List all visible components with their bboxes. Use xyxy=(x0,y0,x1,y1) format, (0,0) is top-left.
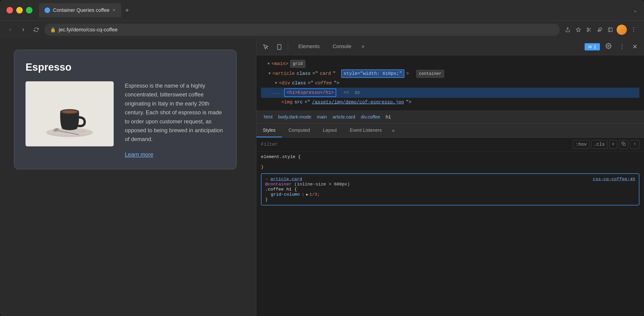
bookmark-button[interactable] xyxy=(574,25,583,34)
learn-more-link[interactable]: Learn more xyxy=(125,151,225,158)
tab-elements[interactable]: Elements xyxy=(292,41,326,53)
filter-copy-style-button[interactable] xyxy=(619,140,628,149)
breadcrumb-body[interactable]: body.dark-mode xyxy=(275,113,314,121)
dom-img-src-link[interactable]: /assets/img/demo/cof-espresso.jpg xyxy=(312,99,404,106)
coffee-description-area: Espresso is the name of a highly concent… xyxy=(125,81,225,158)
svg-point-16 xyxy=(62,110,78,113)
css-rule-element-style: element.style { } xyxy=(261,154,639,170)
css-value-expand[interactable]: ▶ xyxy=(306,192,308,197)
address-bar[interactable]: 🔒 jec.fyi/demo/css-cq-coffee xyxy=(44,24,560,36)
breadcrumb-main[interactable]: main xyxy=(314,113,330,121)
breadcrumb-div[interactable]: div.coffee xyxy=(358,113,383,121)
devtools-close-button[interactable]: ✕ xyxy=(630,41,639,52)
tab-favicon xyxy=(44,8,50,13)
element-style-selector: element.style { xyxy=(261,154,301,160)
new-tab-button[interactable]: + xyxy=(123,5,130,16)
svg-point-21 xyxy=(608,45,610,47)
profile-avatar[interactable] xyxy=(617,25,627,35)
espresso-cup-svg xyxy=(37,84,102,144)
breadcrumb-h1[interactable]: h1 xyxy=(383,113,394,121)
dom-line-main[interactable]: ▼ <main> grid xyxy=(261,59,639,69)
breadcrumb-bar: html body.dark-mode main article.card di… xyxy=(256,111,644,124)
css-rule-selector-link[interactable]: article.card xyxy=(270,177,302,182)
dom-badge-grid[interactable]: grid xyxy=(290,60,305,68)
svg-rect-22 xyxy=(623,143,626,145)
tab-console[interactable]: Console xyxy=(326,41,358,53)
devtools-toolbar: Elements Console » ✉ 1 ⋮ xyxy=(256,39,644,55)
svg-point-2 xyxy=(587,28,588,29)
share-button[interactable] xyxy=(563,25,572,34)
filter-bar: :hov .cls + xyxy=(256,137,644,151)
coffee-card: Espresso xyxy=(14,50,237,169)
coffee-card-title: Espresso xyxy=(26,61,225,73)
scissors-button[interactable] xyxy=(584,25,594,34)
coffee-image xyxy=(26,81,114,146)
title-bar: Container Queries coffee ✕ + ⌄ xyxy=(0,0,644,21)
tab-event-listeners[interactable]: Event Listeners xyxy=(343,124,388,137)
svg-rect-9 xyxy=(608,28,612,32)
dom-collapse-div[interactable]: ▼ xyxy=(275,80,277,86)
dom-style-highlight: style="width: 610px;" xyxy=(341,69,404,78)
dom-badge-container[interactable]: container xyxy=(416,70,444,78)
device-mode-button[interactable] xyxy=(274,42,284,52)
breadcrumb-article[interactable]: article.card xyxy=(330,113,358,121)
traffic-lights xyxy=(6,7,32,14)
nav-actions: ⋮ xyxy=(563,24,638,35)
filter-cls-button[interactable]: .cls xyxy=(591,140,607,149)
tab-computed[interactable]: Computed xyxy=(282,124,316,137)
dom-h1-highlight[interactable]: <h1>Espresso</h1> xyxy=(284,89,336,97)
inspect-element-button[interactable] xyxy=(261,42,271,52)
devtools-main-tabs: Elements Console » xyxy=(292,41,581,53)
devtools-more-button[interactable]: ⋮ xyxy=(617,41,627,52)
close-traffic-light[interactable] xyxy=(6,7,13,14)
devtools-notification-badge[interactable]: ✉ 1 xyxy=(584,43,600,50)
coffee-card-body: Espresso is the name of a highly concent… xyxy=(26,81,225,158)
breadcrumb-html[interactable]: html xyxy=(261,113,275,121)
styles-panel-tabs: Styles Computed Layout Event Listeners » xyxy=(256,124,644,137)
back-button[interactable] xyxy=(6,25,15,34)
dom-collapse-main[interactable]: ▼ xyxy=(268,61,270,67)
toolbar-separator xyxy=(288,43,288,51)
url-text: jec.fyi/demo/css-cq-coffee xyxy=(59,27,118,33)
window-expand-button[interactable]: ⌄ xyxy=(633,7,638,14)
css-rules-panel: element.style { } → article.card xyxy=(256,151,644,316)
maximize-traffic-light[interactable] xyxy=(26,7,32,14)
dom-line-article[interactable]: ▼ <article class =" card " style="width:… xyxy=(261,69,639,79)
dom-line-h1[interactable]: ... <h1>Espresso</h1> == $0 xyxy=(261,88,639,98)
dom-line-img[interactable]: <img src =" /assets/img/demo/cof-espress… xyxy=(261,98,639,107)
tab-layout[interactable]: Layout xyxy=(316,124,343,137)
css-rule-source-link[interactable]: css-cq-coffee:45 xyxy=(593,177,635,182)
svg-line-5 xyxy=(590,30,591,31)
tab-title: Container Queries coffee xyxy=(53,7,110,13)
tab-styles[interactable]: Styles xyxy=(256,124,282,137)
css-rule-container-query: → article.card css-cq-coffee:45 @contain… xyxy=(261,173,639,205)
extensions-button[interactable] xyxy=(595,25,604,34)
devtools-tabs-more-button[interactable]: » xyxy=(358,41,368,53)
dom-line-div-coffee[interactable]: ▼ <div class =" coffee "> xyxy=(261,79,639,88)
filter-add-button[interactable]: + xyxy=(609,140,617,149)
forward-button[interactable] xyxy=(18,25,28,34)
css-at-rule: @container xyxy=(265,182,292,187)
styles-tabs-more-button[interactable]: » xyxy=(388,124,398,137)
devtools-settings-button[interactable] xyxy=(604,41,614,53)
sidebar-toggle-button[interactable] xyxy=(606,25,615,34)
refresh-button[interactable] xyxy=(32,25,41,34)
tab-close-button[interactable]: ✕ xyxy=(112,8,116,13)
browser-window: Container Queries coffee ✕ + ⌄ 🔒 jec.fyi… xyxy=(0,0,644,316)
svg-point-3 xyxy=(587,30,588,32)
filter-actions: :hov .cls + xyxy=(573,140,639,149)
css-property-grid-column: grid-column xyxy=(271,192,300,197)
tab-bar: Container Queries coffee ✕ + xyxy=(39,3,629,17)
minimize-traffic-light[interactable] xyxy=(16,7,23,14)
filter-input[interactable] xyxy=(261,142,569,147)
filter-toggle-sidebar-button[interactable] xyxy=(630,140,639,149)
main-area: Espresso xyxy=(0,39,644,316)
dom-tree: ▼ <main> grid ▼ <article class =" card "… xyxy=(256,55,644,111)
browser-more-button[interactable]: ⋮ xyxy=(629,24,638,35)
svg-marker-1 xyxy=(576,27,580,31)
filter-hov-button[interactable]: :hov xyxy=(573,140,589,149)
css-rule-arrow[interactable]: → xyxy=(265,177,268,182)
dom-collapse-article[interactable]: ▼ xyxy=(268,71,271,76)
notification-count: 1 xyxy=(594,44,596,50)
active-tab[interactable]: Container Queries coffee ✕ xyxy=(39,3,121,17)
